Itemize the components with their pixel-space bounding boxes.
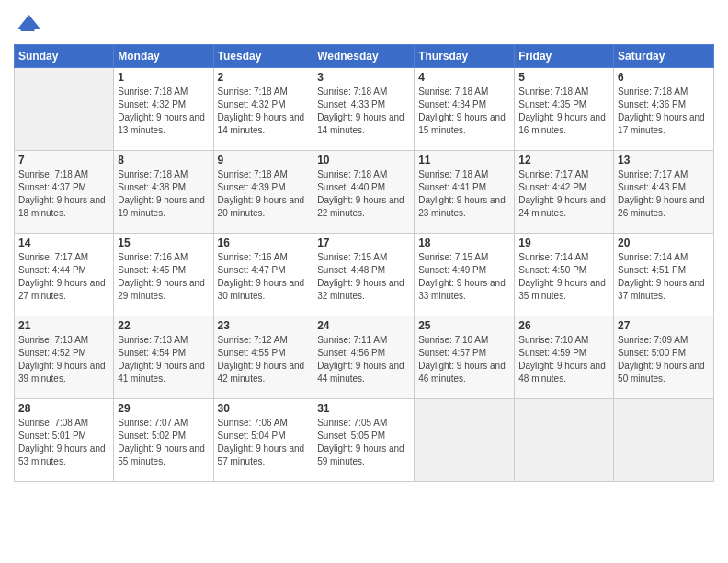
day-info: Sunrise: 7:17 AMSunset: 4:43 PMDaylight:… (618, 168, 710, 220)
calendar-cell: 23Sunrise: 7:12 AMSunset: 4:55 PMDayligh… (213, 316, 313, 399)
day-number: 1 (118, 71, 209, 84)
day-number: 2 (218, 71, 310, 84)
day-number: 20 (618, 236, 710, 249)
day-info: Sunrise: 7:18 AMSunset: 4:37 PMDaylight:… (18, 168, 109, 220)
calendar-cell: 3Sunrise: 7:18 AMSunset: 4:33 PMDaylight… (313, 68, 415, 151)
calendar-cell: 8Sunrise: 7:18 AMSunset: 4:38 PMDaylight… (114, 151, 213, 234)
day-number: 19 (518, 236, 609, 249)
day-number: 14 (18, 236, 109, 249)
calendar-cell: 27Sunrise: 7:09 AMSunset: 5:00 PMDayligh… (614, 316, 714, 399)
day-info: Sunrise: 7:16 AMSunset: 4:45 PMDaylight:… (118, 251, 209, 303)
calendar-cell: 31Sunrise: 7:05 AMSunset: 5:05 PMDayligh… (313, 399, 415, 482)
day-number: 8 (118, 154, 209, 167)
calendar-cell: 29Sunrise: 7:07 AMSunset: 5:02 PMDayligh… (114, 399, 213, 482)
day-number: 11 (418, 154, 510, 167)
calendar-cell: 14Sunrise: 7:17 AMSunset: 4:44 PMDayligh… (15, 234, 114, 316)
day-info: Sunrise: 7:18 AMSunset: 4:32 PMDaylight:… (218, 86, 310, 137)
day-info: Sunrise: 7:15 AMSunset: 4:49 PMDaylight:… (418, 251, 510, 303)
calendar-cell: 21Sunrise: 7:13 AMSunset: 4:52 PMDayligh… (15, 316, 114, 399)
calendar-cell: 19Sunrise: 7:14 AMSunset: 4:50 PMDayligh… (515, 234, 614, 316)
calendar-cell: 4Sunrise: 7:18 AMSunset: 4:34 PMDaylight… (415, 68, 515, 151)
day-number: 23 (218, 319, 310, 332)
day-info: Sunrise: 7:10 AMSunset: 4:57 PMDaylight:… (418, 334, 510, 385)
calendar: SundayMondayTuesdayWednesdayThursdayFrid… (14, 44, 714, 482)
day-number: 4 (418, 71, 510, 84)
day-number: 13 (618, 154, 710, 167)
day-header: Thursday (415, 45, 515, 68)
day-info: Sunrise: 7:07 AMSunset: 5:02 PMDaylight:… (118, 417, 209, 468)
day-number: 6 (618, 71, 710, 84)
day-header: Tuesday (213, 45, 313, 68)
calendar-cell: 17Sunrise: 7:15 AMSunset: 4:48 PMDayligh… (313, 234, 415, 316)
day-number: 10 (317, 154, 410, 167)
day-info: Sunrise: 7:18 AMSunset: 4:40 PMDaylight:… (317, 168, 410, 220)
day-info: Sunrise: 7:17 AMSunset: 4:42 PMDaylight:… (518, 168, 609, 220)
day-header: Saturday (614, 45, 714, 68)
day-info: Sunrise: 7:14 AMSunset: 4:51 PMDaylight:… (618, 251, 710, 303)
day-info: Sunrise: 7:05 AMSunset: 5:05 PMDaylight:… (317, 417, 410, 468)
calendar-cell: 18Sunrise: 7:15 AMSunset: 4:49 PMDayligh… (415, 234, 515, 316)
calendar-cell: 30Sunrise: 7:06 AMSunset: 5:04 PMDayligh… (213, 399, 313, 482)
day-info: Sunrise: 7:12 AMSunset: 4:55 PMDaylight:… (218, 334, 310, 385)
day-info: Sunrise: 7:10 AMSunset: 4:59 PMDaylight:… (518, 334, 609, 385)
day-number: 7 (18, 154, 109, 167)
day-info: Sunrise: 7:18 AMSunset: 4:36 PMDaylight:… (618, 86, 710, 137)
day-info: Sunrise: 7:13 AMSunset: 4:54 PMDaylight:… (118, 334, 209, 385)
day-header: Sunday (15, 45, 114, 68)
day-number: 24 (317, 319, 410, 332)
calendar-cell (515, 399, 614, 482)
day-info: Sunrise: 7:16 AMSunset: 4:47 PMDaylight:… (218, 251, 310, 303)
calendar-cell: 5Sunrise: 7:18 AMSunset: 4:35 PMDaylight… (515, 68, 614, 151)
page-container: SundayMondayTuesdayWednesdayThursdayFrid… (0, 0, 728, 563)
day-number: 30 (218, 402, 310, 415)
day-info: Sunrise: 7:17 AMSunset: 4:44 PMDaylight:… (18, 251, 109, 303)
calendar-cell: 22Sunrise: 7:13 AMSunset: 4:54 PMDayligh… (114, 316, 213, 399)
day-number: 27 (618, 319, 710, 332)
logo-icon (14, 9, 41, 37)
day-header: Monday (114, 45, 213, 68)
calendar-cell: 10Sunrise: 7:18 AMSunset: 4:40 PMDayligh… (313, 151, 415, 234)
header (14, 9, 714, 37)
day-number: 5 (518, 71, 609, 84)
calendar-cell: 9Sunrise: 7:18 AMSunset: 4:39 PMDaylight… (213, 151, 313, 234)
calendar-cell (15, 68, 114, 151)
day-info: Sunrise: 7:18 AMSunset: 4:38 PMDaylight:… (118, 168, 209, 220)
day-info: Sunrise: 7:15 AMSunset: 4:48 PMDaylight:… (317, 251, 410, 303)
svg-marker-0 (18, 15, 40, 29)
calendar-cell: 24Sunrise: 7:11 AMSunset: 4:56 PMDayligh… (313, 316, 415, 399)
day-info: Sunrise: 7:18 AMSunset: 4:39 PMDaylight:… (218, 168, 310, 220)
calendar-cell: 11Sunrise: 7:18 AMSunset: 4:41 PMDayligh… (415, 151, 515, 234)
day-number: 28 (18, 402, 109, 415)
calendar-cell: 28Sunrise: 7:08 AMSunset: 5:01 PMDayligh… (15, 399, 114, 482)
day-number: 18 (418, 236, 510, 249)
calendar-cell: 20Sunrise: 7:14 AMSunset: 4:51 PMDayligh… (614, 234, 714, 316)
calendar-cell: 26Sunrise: 7:10 AMSunset: 4:59 PMDayligh… (515, 316, 614, 399)
day-number: 26 (518, 319, 609, 332)
logo (14, 9, 45, 37)
day-number: 25 (418, 319, 510, 332)
day-header: Wednesday (313, 45, 415, 68)
day-header: Friday (515, 45, 614, 68)
svg-rect-1 (21, 29, 35, 31)
day-number: 15 (118, 236, 209, 249)
day-number: 17 (317, 236, 410, 249)
calendar-cell: 15Sunrise: 7:16 AMSunset: 4:45 PMDayligh… (114, 234, 213, 316)
day-info: Sunrise: 7:09 AMSunset: 5:00 PMDaylight:… (618, 334, 710, 385)
calendar-cell (614, 399, 714, 482)
day-number: 12 (518, 154, 609, 167)
calendar-cell: 6Sunrise: 7:18 AMSunset: 4:36 PMDaylight… (614, 68, 714, 151)
calendar-cell: 7Sunrise: 7:18 AMSunset: 4:37 PMDaylight… (15, 151, 114, 234)
calendar-cell: 12Sunrise: 7:17 AMSunset: 4:42 PMDayligh… (515, 151, 614, 234)
day-number: 31 (317, 402, 410, 415)
day-info: Sunrise: 7:18 AMSunset: 4:35 PMDaylight:… (518, 86, 609, 137)
day-info: Sunrise: 7:18 AMSunset: 4:34 PMDaylight:… (418, 86, 510, 137)
calendar-cell: 16Sunrise: 7:16 AMSunset: 4:47 PMDayligh… (213, 234, 313, 316)
day-info: Sunrise: 7:18 AMSunset: 4:41 PMDaylight:… (418, 168, 510, 220)
day-number: 9 (218, 154, 310, 167)
day-info: Sunrise: 7:18 AMSunset: 4:33 PMDaylight:… (317, 86, 410, 137)
day-number: 29 (118, 402, 209, 415)
day-number: 22 (118, 319, 209, 332)
calendar-cell (415, 399, 515, 482)
day-info: Sunrise: 7:13 AMSunset: 4:52 PMDaylight:… (18, 334, 109, 385)
day-info: Sunrise: 7:18 AMSunset: 4:32 PMDaylight:… (118, 86, 209, 137)
